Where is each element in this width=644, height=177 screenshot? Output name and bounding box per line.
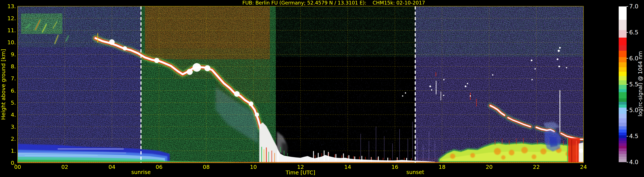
cloud-blob [557, 58, 558, 60]
cloud-blob [109, 39, 115, 45]
y-tick-label: 4. [11, 112, 16, 118]
colorbar-gradient [619, 7, 626, 162]
cloud-blob [558, 66, 560, 67]
noise-layer [276, 6, 415, 57]
signal-polygon [549, 136, 558, 147]
cloud-blob [255, 113, 259, 117]
y-tick-label: 9. [11, 51, 16, 58]
cloud-blob [204, 65, 210, 71]
colorbar-label: log(rc-signal) @ 1064 nm [637, 51, 643, 116]
colorbar-tick-label: 4.0 [629, 159, 638, 165]
cloud-blob [467, 83, 468, 84]
colorbar-tick-label: 4.5 [629, 133, 638, 139]
y-tick-label: 12. [7, 15, 16, 22]
x-tick-label: 08 [203, 164, 210, 170]
cloud-blob [187, 69, 193, 75]
colorbar-tick-label: 5.5 [629, 81, 638, 88]
y-tick-label: 11. [7, 27, 16, 34]
x-tick-label: 10 [250, 164, 257, 170]
cloud-blob [521, 147, 528, 153]
cloud-blob [443, 95, 444, 96]
colorbar-tick-label: 5.0 [629, 107, 638, 113]
cloud-blob [465, 85, 466, 87]
noise-layer [145, 6, 270, 48]
cloud-blob [501, 155, 505, 160]
ceilometer-backscatter-plot: 000204060810121416182022240.1.2.3.4.5.6.… [0, 0, 644, 177]
cloud-blob [534, 68, 536, 70]
cloud-blob [402, 95, 403, 97]
x-tick-label: 22 [533, 164, 540, 170]
y-tick-label: 7. [11, 75, 16, 82]
cloud-blob [566, 67, 567, 68]
noise-layer [276, 91, 345, 151]
noise-background [18, 6, 584, 163]
cloud-blob [470, 95, 471, 97]
y-tick-label: 1. [11, 148, 16, 154]
x-tick-label: 20 [486, 164, 493, 170]
sunrise-label: sunrise [131, 169, 151, 175]
cloud-blob [531, 60, 532, 61]
y-tick-label: 6. [11, 88, 16, 94]
y-tick-label: 13. [7, 3, 16, 10]
x-tick-label: 24 [580, 164, 587, 170]
sunset-label: sunset [406, 169, 424, 175]
cloud-blob [532, 154, 536, 159]
cloud-blob [531, 79, 533, 80]
y-tick-label: 10. [7, 39, 16, 46]
cloud-blob [558, 50, 560, 52]
x-axis-label: Time [UTC] [286, 169, 315, 176]
cloud-blob [405, 92, 406, 94]
y-axis-label: Height above ground [km] [0, 49, 6, 120]
cloud-blob [431, 89, 432, 91]
signal-polygon [568, 138, 580, 163]
cloud-blob [470, 153, 475, 158]
cloud-blob [450, 153, 455, 159]
cloud-blob [154, 58, 159, 63]
cloud-blob [192, 63, 201, 72]
y-tick-label: 2. [11, 136, 16, 142]
x-tick-label: 02 [61, 164, 68, 170]
x-tick-label: 12 [297, 164, 304, 170]
cloud-blob [494, 148, 501, 155]
x-tick-label: 18 [439, 164, 446, 170]
cloud-blob [559, 47, 561, 49]
x-tick-label: 04 [108, 164, 116, 170]
y-tick-label: 5. [11, 100, 16, 106]
cloud-blob [249, 101, 254, 106]
cloud-blob [540, 148, 546, 154]
y-tick-label: 0. [11, 160, 16, 166]
x-tick-label: 14 [344, 164, 351, 170]
colorbar-tick-label: 6.5 [629, 29, 638, 36]
cloud-blob [123, 46, 127, 51]
cloud-blob [430, 85, 431, 87]
cloud-blob [509, 150, 514, 155]
colorbar-tick-label: 7.0 [629, 3, 638, 10]
colorbar-tick-label: 6.0 [629, 55, 638, 62]
x-tick-label: 16 [392, 164, 398, 170]
y-tick-label: 8. [11, 63, 16, 70]
cloud-blob [492, 74, 493, 76]
y-tick-label: 3. [11, 124, 16, 130]
cloud-blob [579, 149, 583, 153]
cloud-blob [443, 79, 445, 80]
x-tick-label: 06 [156, 164, 162, 170]
cloud-blob [234, 91, 240, 97]
plot-title: FUB: Berlin FU (Germany; 52.4579 N / 13.… [242, 0, 425, 6]
